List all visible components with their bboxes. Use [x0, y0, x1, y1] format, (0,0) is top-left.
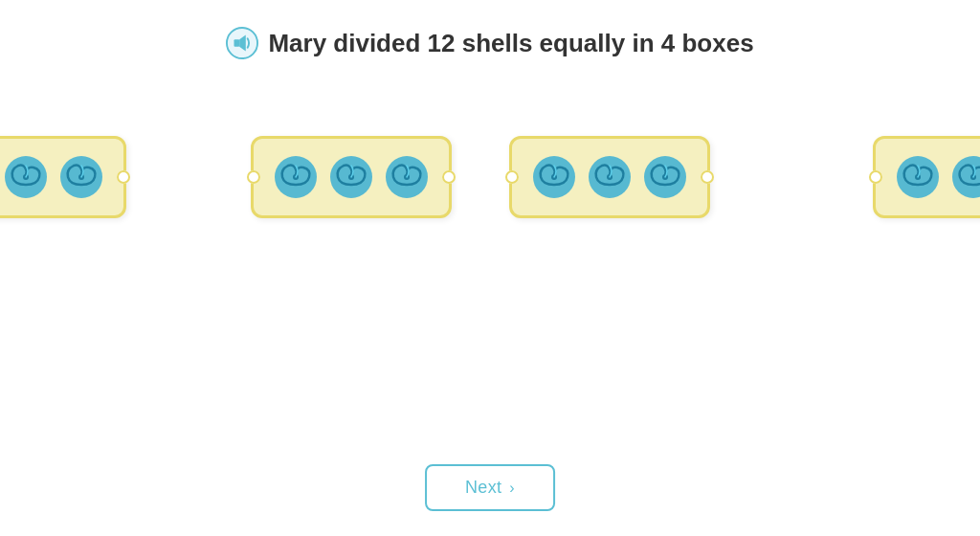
shell-box-4 — [873, 136, 980, 218]
next-button[interactable]: Next › — [425, 464, 555, 511]
shell-2-1 — [271, 152, 321, 202]
shell-4-2 — [948, 152, 980, 202]
next-button-container: Next › — [425, 464, 555, 511]
shell-1-3 — [56, 152, 106, 202]
shell-box-1 — [0, 136, 126, 218]
next-label: Next — [465, 478, 501, 498]
chevron-icon: › — [509, 480, 515, 497]
shell-3-1 — [529, 152, 579, 202]
shell-4-1 — [893, 152, 943, 202]
svg-rect-1 — [234, 39, 240, 47]
question-header: Mary divided 12 shells equally in 4 boxe… — [226, 27, 753, 59]
box-1 — [0, 136, 126, 218]
shell-2-2 — [326, 152, 376, 202]
speaker-icon[interactable] — [226, 27, 258, 59]
shell-3-2 — [585, 152, 635, 202]
question-text: Mary divided 12 shells equally in 4 boxe… — [268, 29, 753, 58]
shell-box-2 — [251, 136, 452, 218]
boxes-area — [0, 136, 980, 218]
box-4 — [873, 136, 980, 218]
shell-1-2 — [1, 152, 51, 202]
shell-box-3 — [509, 136, 710, 218]
box-3 — [509, 136, 710, 218]
box-2 — [251, 136, 452, 218]
shell-2-3 — [382, 152, 432, 202]
shell-3-3 — [640, 152, 690, 202]
